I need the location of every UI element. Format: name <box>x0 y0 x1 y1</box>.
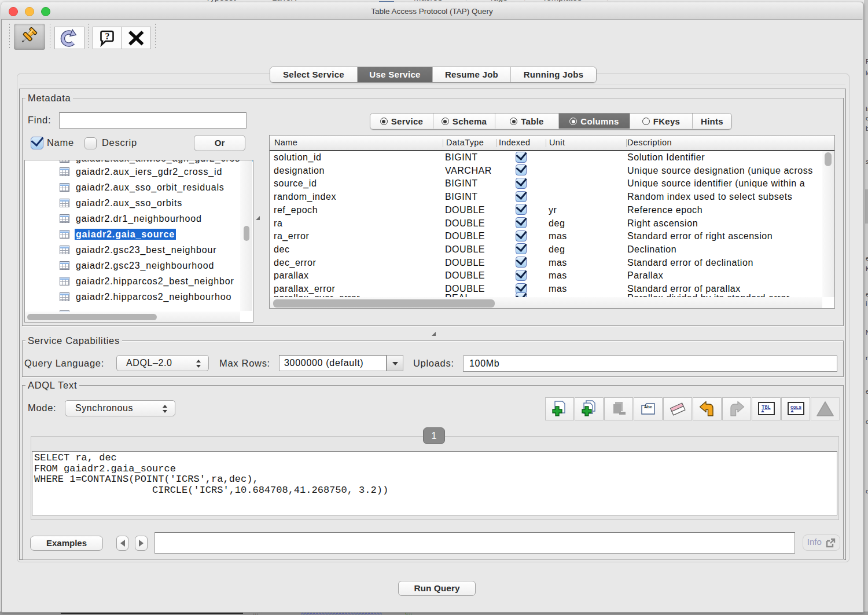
svg-text:TBL: TBL <box>762 405 770 411</box>
svg-text:Abc: Abc <box>644 404 652 409</box>
svg-text:COLS: COLS <box>790 405 801 410</box>
svg-text:?: ? <box>105 31 110 41</box>
